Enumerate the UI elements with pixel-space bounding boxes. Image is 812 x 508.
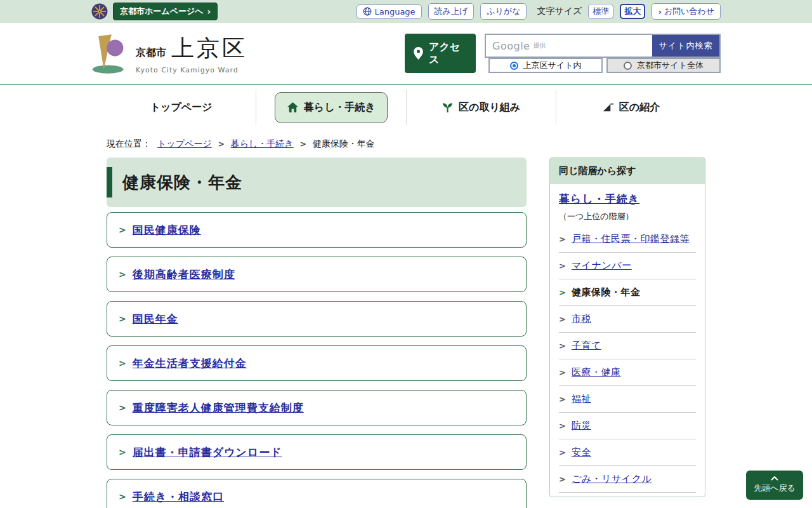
language-button[interactable]: Language — [357, 4, 421, 19]
sidebar-parent-link[interactable]: 暮らし・手続き — [559, 192, 639, 205]
sidebar-item-label[interactable]: 子育て — [572, 338, 601, 353]
nav-shoukai-label: 区の紹介 — [619, 101, 660, 114]
chevron-right-icon — [559, 392, 566, 406]
link-nenkin-seikatsusha-shien[interactable]: 年金生活者支援給付金 — [107, 345, 527, 381]
site-search: Google 提供 サイト内検索 上京区サイト内 京都市サイト全体 — [485, 34, 721, 73]
sidebar-title: 同じ階層から探す — [550, 158, 705, 184]
search-scope-ward-option[interactable]: 上京区サイト内 — [488, 58, 603, 73]
link-todokedesho-download[interactable]: 届出書・申請書ダウンロード — [107, 434, 527, 470]
search-scope-city-option[interactable]: 京都市サイト全体 — [606, 58, 721, 73]
chevron-right-icon — [119, 314, 126, 324]
chevron-right-icon — [559, 445, 566, 460]
sidebar-item-fukushi[interactable]: 福祉 — [559, 386, 696, 413]
chevron-right-icon — [559, 418, 566, 433]
access-button-label: アクセス — [429, 41, 461, 66]
radio-unselected-icon — [624, 62, 632, 70]
chevron-right-icon — [119, 491, 126, 502]
google-watermark: Google — [492, 40, 530, 52]
chevron-right-icon — [559, 312, 566, 326]
language-label: Language — [374, 7, 415, 17]
title-accent-bar — [107, 167, 112, 197]
chevron-up-icon — [771, 476, 778, 481]
sidebar-item-label[interactable]: 安全 — [572, 445, 591, 460]
breadcrumb-top-page[interactable]: トップページ — [157, 138, 212, 150]
link-label: 年金生活者支援給付金 — [133, 356, 247, 371]
breadcrumb-separator-icon: > — [218, 140, 225, 149]
furigana-button[interactable]: ふりがな — [480, 3, 527, 20]
chevron-right-icon — [119, 225, 126, 235]
sprout-icon — [442, 102, 454, 114]
nav-top-page[interactable]: トップページ — [150, 101, 213, 114]
back-to-top-button[interactable]: 先頭へ戻る — [746, 471, 803, 500]
link-tetsuzuki-sodan-madoguchi[interactable]: 手続き・相談窓口 — [107, 479, 527, 508]
radio-selected-icon — [510, 62, 518, 70]
nav-torikumi-label: 区の取り組み — [459, 101, 520, 114]
sidebar-item-anzen[interactable]: 安全 — [559, 439, 696, 466]
link-label: 届出書・申請書ダウンロード — [133, 445, 282, 460]
sidebar-item-label[interactable]: 戸籍・住民票・印鑑登録等 — [572, 232, 690, 246]
link-label: 国民健康保険 — [133, 223, 201, 237]
sidebar-item-kenko-hoken-nenkin-current: 健康保険・年金 — [559, 279, 696, 306]
sidebar-item-kosodate[interactable]: 子育て — [559, 333, 696, 359]
search-scope-ward-label: 上京区サイト内 — [523, 60, 582, 71]
sidebar-item-shizei[interactable]: 市税 — [559, 306, 696, 333]
search-input[interactable]: Google 提供 — [486, 35, 652, 57]
kyoto-city-home-link[interactable]: 京都市ホームページへ — [113, 3, 218, 20]
link-label: 手続き・相談窓口 — [133, 490, 224, 504]
link-label: 重度障害老人健康管理費支給制度 — [133, 401, 304, 415]
breadcrumb-separator-icon: > — [300, 140, 306, 149]
page-title: 健康保険・年金 — [122, 171, 242, 194]
nav-ku-torikumi[interactable]: 区の取り組み — [442, 101, 520, 114]
font-large-button[interactable]: 拡大 — [620, 4, 645, 19]
chevron-right-icon — [559, 258, 566, 273]
flag-icon — [602, 102, 614, 114]
sidebar-parent-note: （一つ上位の階層） — [559, 211, 696, 222]
breadcrumb: 現在位置： トップページ > 暮らし・手続き > 健康保険・年金 — [107, 138, 705, 150]
sidebar-item-label[interactable]: マイナンバー — [572, 258, 632, 273]
city-name: 京都市 — [136, 46, 166, 60]
search-scope-city-label: 京都市サイト全体 — [637, 60, 704, 71]
read-aloud-button[interactable]: 読み上げ — [428, 3, 475, 20]
home-icon — [287, 102, 299, 114]
sidebar-item-mynumber[interactable]: マイナンバー — [559, 253, 696, 279]
chevron-right-icon — [559, 338, 566, 353]
nav-ku-shoukai[interactable]: 区の紹介 — [602, 101, 660, 114]
font-size-label: 文字サイズ — [537, 6, 582, 17]
sidebar-item-label[interactable]: 防災 — [572, 418, 591, 433]
link-judo-shogai-rojin[interactable]: 重度障害老人健康管理費支給制度 — [107, 390, 527, 425]
utility-bar: 京都市ホームページへ Language 読み上げ ふりがな 文字サイズ 標準 拡… — [0, 0, 812, 23]
chevron-right-icon — [559, 285, 566, 300]
google-provided-label: 提供 — [533, 41, 546, 50]
link-kokumin-nenkin[interactable]: 国民年金 — [107, 301, 527, 337]
nav-kurashi-tetsuzuki[interactable]: 暮らし・手続き — [275, 92, 388, 123]
link-kokumin-kenko-hoken[interactable]: 国民健康保険 — [107, 212, 527, 248]
sidebar-item-label[interactable]: 医療・健康 — [572, 365, 621, 380]
sidebar-item-label[interactable]: ごみ・リサイクル — [572, 472, 652, 486]
page-title-box: 健康保険・年金 — [107, 157, 527, 207]
sidebar-item-bosai[interactable]: 防災 — [559, 413, 696, 439]
sidebar-item-gomi-recycle[interactable]: ごみ・リサイクル — [559, 466, 696, 493]
main-content: 健康保険・年金 国民健康保険 後期高齢者医療制度 国民年金 年金生活者支援給付金… — [107, 157, 527, 508]
sidebar-item-label[interactable]: 福祉 — [572, 392, 591, 406]
breadcrumb-kurashi[interactable]: 暮らし・手続き — [231, 138, 294, 150]
ward-name-en: Kyoto City Kamigyo Ward — [136, 66, 247, 74]
link-kouki-koureisha-iryo[interactable]: 後期高齢者医療制度 — [107, 257, 527, 292]
link-label: 後期高齢者医療制度 — [133, 267, 235, 282]
site-search-button[interactable]: サイト内検索 — [652, 35, 719, 57]
site-logo[interactable]: 京都市 上京区 Kyoto City Kamigyo Ward — [91, 32, 247, 74]
chevron-right-icon — [119, 358, 126, 368]
ward-logo-icon — [91, 32, 127, 74]
sidebar-item-iryo-kenko[interactable]: 医療・健康 — [559, 359, 696, 386]
breadcrumb-current: 健康保険・年金 — [313, 138, 375, 150]
sidebar-item-label[interactable]: 市税 — [572, 312, 591, 326]
chevron-right-icon — [119, 447, 126, 457]
font-standard-button[interactable]: 標準 — [588, 4, 613, 19]
access-button[interactable]: アクセス — [405, 34, 476, 73]
chevron-right-icon — [559, 472, 566, 486]
link-label: 国民年金 — [133, 312, 178, 326]
ward-name: 上京区 — [171, 33, 247, 64]
sidebar-item-koseki[interactable]: 戸籍・住民票・印鑑登録等 — [559, 226, 696, 253]
nav-kurashi-label: 暮らし・手続き — [304, 101, 376, 114]
contact-button[interactable]: お問い合わせ — [652, 3, 721, 20]
sidebar-same-level: 同じ階層から探す 暮らし・手続き （一つ上位の階層） 戸籍・住民票・印鑑登録等 … — [549, 157, 705, 497]
